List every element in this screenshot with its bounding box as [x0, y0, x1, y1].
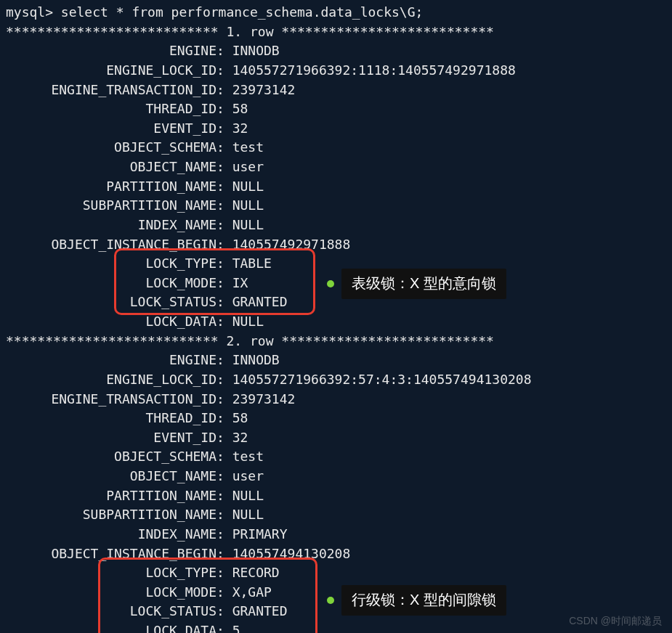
terminal-output: mysql> select * from performance_schema.…: [6, 3, 666, 633]
prompt-line[interactable]: mysql> select * from performance_schema.…: [6, 3, 666, 23]
annotation-table-lock: 表级锁：X 型的意向锁: [327, 269, 506, 299]
field-row: ENGINE_LOCK_ID: 140557271966392:1118:140…: [6, 61, 666, 81]
field-row: ENGINE_TRANSACTION_ID: 23973142: [6, 81, 666, 100]
field-row: SUBPARTITION_NAME: NULL: [6, 505, 666, 525]
field-row: OBJECT_SCHEMA: test: [6, 447, 666, 467]
annotation-text: 表级锁：X 型的意向锁: [341, 269, 506, 299]
annotation-record-lock: 行级锁：X 型的间隙锁: [327, 585, 506, 616]
mysql-prompt: mysql>: [6, 4, 61, 20]
field-row: ENGINE_LOCK_ID: 140557271966392:57:4:3:1…: [6, 370, 666, 390]
field-row: PARTITION_NAME: NULL: [6, 177, 666, 197]
field-row: INDEX_NAME: NULL: [6, 216, 666, 235]
field-row: OBJECT_NAME: user: [6, 158, 666, 177]
field-row: OBJECT_SCHEMA: test: [6, 138, 666, 158]
field-row: OBJECT_INSTANCE_BEGIN: 140557492971888: [6, 235, 666, 255]
field-row: OBJECT_INSTANCE_BEGIN: 140557494130208: [6, 544, 666, 564]
query-text: select * from performance_schema.data_lo…: [61, 4, 424, 20]
field-row: LOCK_DATA: NULL: [6, 312, 666, 332]
field-row: ENGINE: INNODB: [6, 351, 666, 370]
field-row: LOCK_TYPE: RECORD: [6, 563, 666, 583]
field-row: INDEX_NAME: PRIMARY: [6, 525, 666, 544]
field-row: LOCK_DATA: 5: [6, 621, 666, 633]
field-row: PARTITION_NAME: NULL: [6, 486, 666, 506]
field-row: OBJECT_NAME: user: [6, 467, 666, 486]
field-row: SUBPARTITION_NAME: NULL: [6, 196, 666, 216]
annotation-text: 行级锁：X 型的间隙锁: [341, 585, 506, 616]
watermark: CSDN @时间邮递员: [569, 613, 662, 629]
field-row: ENGINE: INNODB: [6, 41, 666, 61]
field-row: ENGINE_TRANSACTION_ID: 23973142: [6, 390, 666, 409]
bullet-dot-icon: [327, 280, 334, 287]
bullet-dot-icon: [327, 597, 334, 604]
field-row: EVENT_ID: 32: [6, 428, 666, 448]
field-row: THREAD_ID: 58: [6, 99, 666, 119]
field-row: THREAD_ID: 58: [6, 409, 666, 428]
field-row: EVENT_ID: 32: [6, 119, 666, 139]
row-separator: *************************** 2. row *****…: [6, 332, 666, 351]
row-separator: *************************** 1. row *****…: [6, 23, 666, 42]
